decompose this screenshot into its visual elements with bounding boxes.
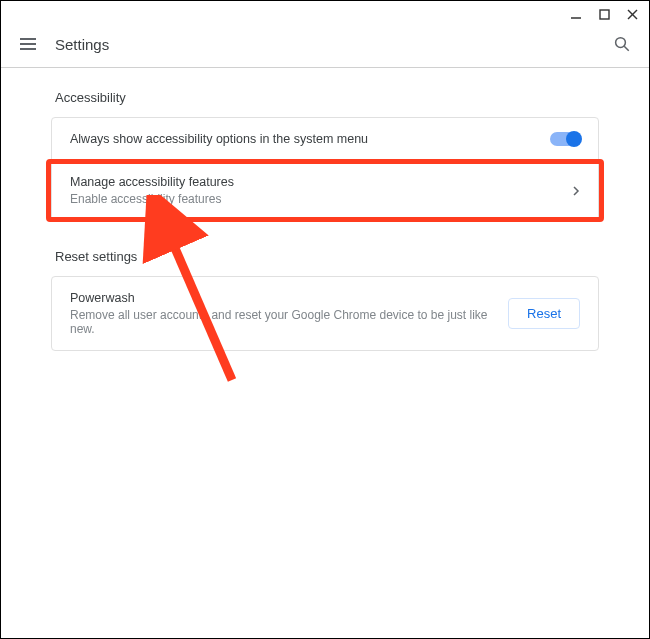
window-controls [1,1,649,23]
svg-point-7 [616,38,626,48]
row-sublabel: Enable accessibility features [70,192,573,206]
toggle-knob [566,131,582,147]
maximize-button[interactable] [597,7,611,21]
always-show-accessibility-row[interactable]: Always show accessibility options in the… [52,118,598,161]
svg-line-8 [624,46,629,51]
powerwash-row: Powerwash Remove all user accounts and r… [52,277,598,350]
hamburger-menu-icon[interactable] [19,35,37,53]
settings-content: Accessibility Always show accessibility … [1,68,649,373]
row-sublabel: Remove all user accounts and reset your … [70,308,508,336]
chevron-right-icon [573,186,580,196]
reset-button[interactable]: Reset [508,298,580,329]
manage-accessibility-row[interactable]: Manage accessibility features Enable acc… [52,161,598,220]
row-label: Manage accessibility features [70,175,573,189]
row-label: Powerwash [70,291,508,305]
accessibility-card: Always show accessibility options in the… [51,117,599,221]
accessibility-toggle[interactable] [550,132,580,146]
app-header: Settings [1,23,649,68]
page-title: Settings [55,36,613,53]
svg-rect-1 [600,10,609,19]
minimize-button[interactable] [569,7,583,21]
search-icon[interactable] [613,35,631,53]
reset-card: Powerwash Remove all user accounts and r… [51,276,599,351]
close-button[interactable] [625,7,639,21]
row-label: Always show accessibility options in the… [70,132,550,146]
accessibility-section-title: Accessibility [51,90,599,105]
reset-section-title: Reset settings [51,249,599,264]
